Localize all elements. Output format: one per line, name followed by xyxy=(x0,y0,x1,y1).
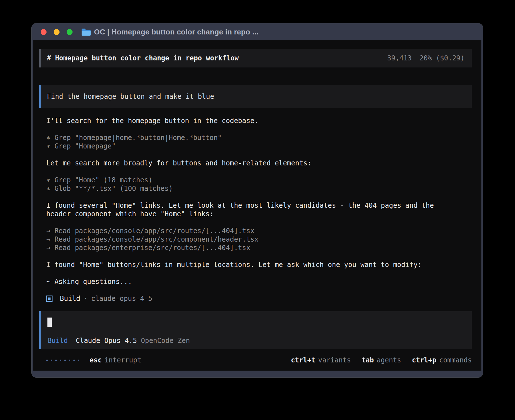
session-stats: 39,413 20% ($0.29) xyxy=(387,54,464,62)
agent-status-line: Build · claude-opus-4-5 xyxy=(46,294,472,303)
assistant-text-line: header component which have "Home" links… xyxy=(46,210,472,218)
assistant-text-line: I'll search for the homepage button in t… xyxy=(46,117,472,125)
spinner-dot xyxy=(55,360,57,361)
window-titlebar[interactable]: OC | Homepage button color change in rep… xyxy=(32,23,483,40)
window-title: OC | Homepage button color change in rep… xyxy=(94,28,259,36)
agent-mode-label: Build xyxy=(47,337,68,345)
traffic-lights xyxy=(41,29,73,35)
spinner-dot xyxy=(73,360,75,361)
zoom-button[interactable] xyxy=(67,29,73,35)
tool-call-line: → Read packages/enterprise/src/routes/[.… xyxy=(46,244,472,252)
agent-separator: · xyxy=(84,295,88,303)
terminal-content: # Homepage button color change in repo w… xyxy=(33,40,481,371)
spinner-dot xyxy=(60,360,61,361)
assistant-text-line: I found several "Home" links. Let me loo… xyxy=(46,201,472,210)
prompt-input[interactable]: Build Claude Opus 4.5 OpenCode Zen xyxy=(39,311,472,349)
esc-key-label: interrupt xyxy=(104,356,141,364)
tool-call-line: ∗ Grep "Home" (18 matches) xyxy=(46,176,472,184)
status-left: esc interrupt xyxy=(46,356,141,364)
shortcut-key: ctrl+p xyxy=(412,356,437,364)
spinner-dot xyxy=(46,360,48,361)
spinner-dot xyxy=(78,360,79,361)
spinner-dot xyxy=(69,360,70,361)
assistant-status: ~ Asking questions... xyxy=(46,277,472,286)
shortcut-key: ctrl+t xyxy=(291,356,315,364)
build-task-icon xyxy=(46,296,53,302)
assistant-response: I'll search for the homepage button in t… xyxy=(39,117,472,303)
shortcut-agents: tab agents xyxy=(362,356,401,364)
context-usage-cost: 20% ($0.29) xyxy=(420,54,464,62)
terminal-window: OC | Homepage button color change in rep… xyxy=(32,23,483,377)
agent-name: Build xyxy=(60,295,80,303)
status-bar: esc interrupt ctrl+t variants tab agents… xyxy=(39,356,472,364)
close-button[interactable] xyxy=(41,29,47,35)
spinner-dot xyxy=(51,360,52,361)
text-cursor xyxy=(47,318,52,327)
assistant-paragraph: I found several "Home" links. Let me loo… xyxy=(46,201,472,218)
tool-call-line: ∗ Grep "Homepage" xyxy=(46,142,472,150)
token-count: 39,413 xyxy=(387,54,412,62)
provider-name: OpenCode Zen xyxy=(141,337,190,345)
tool-call-line: → Read packages/console/app/src/componen… xyxy=(46,235,472,244)
folder-icon xyxy=(81,28,91,36)
esc-key-hint: esc xyxy=(90,356,102,364)
shortcut-label: agents xyxy=(377,356,401,364)
spinner-dot xyxy=(64,360,66,361)
agent-model: claude-opus-4-5 xyxy=(91,295,152,303)
shortcut-variants: ctrl+t variants xyxy=(291,356,351,364)
shortcut-key: tab xyxy=(362,356,374,364)
session-title: # Homepage button color change in repo w… xyxy=(47,54,239,62)
spinner-dots xyxy=(46,360,79,361)
model-row: Build Claude Opus 4.5 OpenCode Zen xyxy=(47,337,190,345)
tool-call-line: ∗ Grep "homepage|home.*button|Home.*butt… xyxy=(46,134,472,142)
shortcut-label: commands xyxy=(439,356,472,364)
assistant-paragraph: Let me search more broadly for buttons a… xyxy=(46,159,472,167)
assistant-text-line: Let me search more broadly for buttons a… xyxy=(46,159,472,167)
user-message-text: Find the homepage button and make it blu… xyxy=(47,93,214,100)
model-name: Claude Opus 4.5 xyxy=(76,337,137,345)
shortcut-label: variants xyxy=(318,356,351,364)
shortcut-commands: ctrl+p commands xyxy=(412,356,472,364)
tool-call-group: → Read packages/console/app/src/routes/[… xyxy=(46,227,472,252)
user-message: Find the homepage button and make it blu… xyxy=(39,85,472,108)
minimize-button[interactable] xyxy=(54,29,60,35)
tool-call-group: ∗ Grep "homepage|home.*button|Home.*butt… xyxy=(46,134,472,150)
tool-call-group: ∗ Grep "Home" (18 matches) ∗ Glob "**/*.… xyxy=(46,176,472,193)
assistant-text-line: I found "Home" buttons/links in multiple… xyxy=(46,261,472,269)
status-right: ctrl+t variants tab agents ctrl+p comman… xyxy=(280,356,472,364)
tool-call-line: → Read packages/console/app/src/routes/[… xyxy=(46,227,472,235)
session-header: # Homepage button color change in repo w… xyxy=(39,49,472,67)
tool-call-line: ∗ Glob "**/*.tsx" (100 matches) xyxy=(46,184,472,193)
assistant-paragraph: I'll search for the homepage button in t… xyxy=(46,117,472,125)
asking-questions-line: ~ Asking questions... xyxy=(46,277,472,286)
assistant-paragraph: I found "Home" buttons/links in multiple… xyxy=(46,261,472,269)
